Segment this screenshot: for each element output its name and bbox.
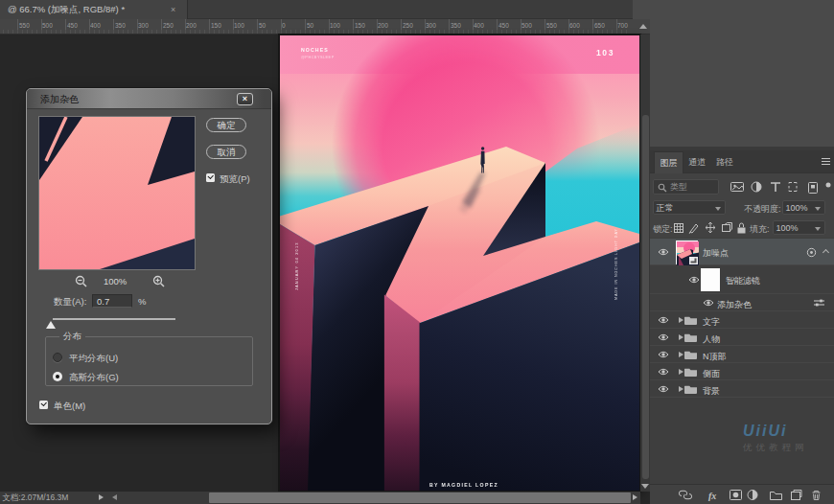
svg-text:103: 103 — [596, 48, 614, 57]
svg-text:MADE IN NOCHES LIGHT DAY: MADE IN NOCHES LIGHT DAY — [614, 228, 618, 300]
svg-text:BY MAGDIEL LOPEZ: BY MAGDIEL LOPEZ — [429, 482, 498, 488]
svg-text:NOCHES: NOCHES — [301, 47, 329, 53]
svg-text:@PHCBYSLEEP: @PHCBYSLEEP — [301, 56, 335, 59]
svg-text:JANUARY 04 2013: JANUARY 04 2013 — [294, 241, 299, 290]
svg-text:fx: fx — [708, 491, 716, 501]
